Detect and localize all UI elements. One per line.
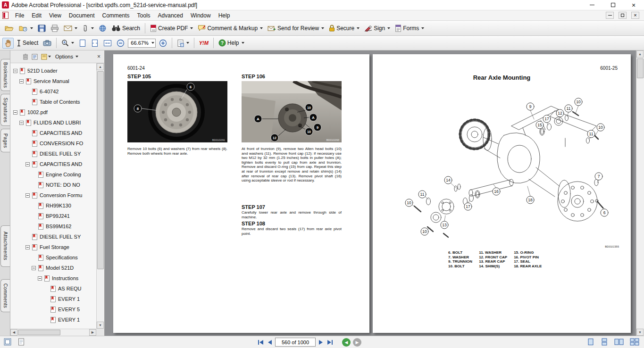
bookmark-item[interactable]: EVERY 5: [10, 304, 96, 315]
scrollbar-thumb[interactable]: [18, 330, 60, 335]
bookmark-item[interactable]: CONVERSION FO: [10, 138, 96, 149]
fit-page-button[interactable]: [89, 38, 100, 49]
last-page-button[interactable]: [326, 339, 334, 346]
bookmark-item[interactable]: NOTE: DO NO: [10, 180, 96, 190]
document-status-icon[interactable]: [4, 338, 11, 346]
fit-width-button[interactable]: [101, 38, 114, 49]
tab-signatures[interactable]: Signatures: [0, 94, 10, 126]
close-button[interactable]: ×: [623, 0, 644, 10]
bookmark-item[interactable]: Engine Cooling: [10, 169, 96, 180]
hand-tool-button[interactable]: [2, 38, 14, 49]
zoom-level-combo[interactable]: 66.67%: [128, 39, 155, 48]
search-button[interactable]: Search: [109, 23, 142, 33]
attach-button[interactable]: [80, 23, 96, 33]
bookmark-item[interactable]: 6-40742: [10, 86, 96, 97]
bookmark-item[interactable]: BS99M162: [10, 221, 96, 232]
scrollbar-thumb[interactable]: [637, 58, 644, 78]
collapse-icon[interactable]: [13, 69, 17, 73]
scroll-down-button[interactable]: ▼: [636, 329, 644, 336]
collapse-icon[interactable]: [19, 79, 24, 83]
sign-button[interactable]: Sign: [362, 24, 392, 33]
close-panel-button[interactable]: ×: [95, 53, 102, 60]
yahoo-messenger-button[interactable]: Y!M: [197, 39, 210, 47]
two-up-button[interactable]: [614, 338, 624, 346]
menu-edit[interactable]: Edit: [28, 11, 45, 20]
bookmark-item[interactable]: 521D Loader: [10, 66, 96, 76]
bookmark-item[interactable]: 1002.pdf: [10, 107, 96, 117]
bookmark-item[interactable]: RH99K130: [10, 200, 96, 211]
continuous-page-button[interactable]: [601, 338, 608, 346]
bookmark-item[interactable]: CAPACITIES AND: [10, 159, 96, 169]
bookmarks-options-button[interactable]: Options: [55, 54, 78, 59]
zoom-out-button[interactable]: [115, 38, 126, 49]
email-button[interactable]: [62, 24, 79, 33]
menu-advanced[interactable]: Advanced: [154, 11, 187, 20]
bookmark-item[interactable]: EVERY 1: [10, 315, 96, 325]
menu-window[interactable]: Window: [187, 11, 215, 20]
collapse-icon[interactable]: [25, 245, 30, 249]
secure-button[interactable]: Secure: [327, 23, 361, 33]
delete-bookmark-button[interactable]: [23, 53, 28, 60]
document-icon[interactable]: [2, 12, 8, 19]
forms-button[interactable]: Forms: [393, 23, 426, 33]
highlight-bookmark-button[interactable]: [41, 54, 51, 60]
zoom-tool-button[interactable]: [59, 38, 76, 48]
zoom-in-button[interactable]: [157, 38, 169, 49]
scroll-up-button[interactable]: ▲: [97, 63, 104, 70]
bookmark-item[interactable]: CAPACITIES AND: [10, 128, 96, 138]
previous-view-button[interactable]: ◀: [342, 338, 351, 347]
page-status-icon[interactable]: [18, 338, 25, 346]
mdi-close-button[interactable]: ×: [631, 12, 639, 19]
page-display-button[interactable]: [175, 38, 191, 49]
menu-view[interactable]: View: [45, 11, 65, 20]
document-vertical-scrollbar[interactable]: ▲ ▼: [636, 50, 644, 336]
menu-comments[interactable]: Comments: [99, 11, 134, 20]
page-number-input[interactable]: [275, 338, 316, 347]
menu-help[interactable]: Help: [215, 11, 234, 20]
collapse-icon[interactable]: [19, 121, 24, 125]
send-for-review-button[interactable]: Send for Review: [266, 24, 326, 33]
bookmark-item[interactable]: DIESEL FUEL SY: [10, 232, 96, 242]
scrollbar-thumb[interactable]: [97, 71, 104, 269]
menu-document[interactable]: Document: [65, 11, 99, 20]
bookmarks-vertical-scrollbar[interactable]: ▲ ▼: [96, 63, 104, 329]
menu-tools[interactable]: Tools: [134, 11, 154, 20]
comment-markup-button[interactable]: Comment & Markup: [196, 23, 265, 33]
bookmark-item[interactable]: DIESEL FUEL SY: [10, 149, 96, 159]
next-page-button[interactable]: [318, 339, 324, 346]
mdi-minimize-button[interactable]: [606, 12, 614, 19]
bookmark-item[interactable]: Conversion Formu: [10, 190, 96, 200]
collapse-icon[interactable]: [25, 162, 30, 166]
bookmark-item[interactable]: Specifications: [10, 252, 96, 263]
scroll-right-button[interactable]: ▶: [89, 329, 96, 336]
menu-file[interactable]: File: [11, 11, 28, 20]
collapse-icon[interactable]: [38, 276, 42, 281]
tab-attachments[interactable]: Attachments: [0, 225, 10, 267]
print-button[interactable]: [49, 23, 61, 33]
actual-size-button[interactable]: [77, 38, 88, 49]
first-page-button[interactable]: [257, 339, 265, 346]
tab-pages[interactable]: Pages: [0, 129, 10, 152]
scroll-up-button[interactable]: ▲: [636, 50, 644, 58]
open-button[interactable]: [2, 23, 16, 33]
tab-bookmarks[interactable]: Bookmarks: [0, 59, 10, 91]
mdi-restore-button[interactable]: [619, 12, 627, 19]
previous-page-button[interactable]: [267, 339, 273, 346]
two-up-continuous-button[interactable]: [630, 338, 639, 346]
bookmark-item[interactable]: BP99J241: [10, 211, 96, 221]
collapse-icon[interactable]: [13, 110, 17, 115]
maximize-button[interactable]: [602, 0, 623, 10]
bookmark-item[interactable]: Service Manual: [10, 76, 96, 86]
create-pdf-button[interactable]: Create PDF: [148, 23, 195, 33]
bookmark-item[interactable]: AS REQU: [10, 283, 96, 294]
bookmark-item[interactable]: Instructions: [10, 273, 96, 283]
scroll-left-button[interactable]: ◀: [10, 329, 17, 336]
bookmark-item[interactable]: Table of Contents: [10, 97, 96, 107]
collapse-icon[interactable]: [25, 193, 30, 198]
snapshot-tool-button[interactable]: [41, 38, 53, 48]
meeting-button[interactable]: [97, 23, 109, 33]
bookmark-item[interactable]: FLUIDS AND LUBRI: [10, 117, 96, 128]
single-page-button[interactable]: [587, 338, 594, 346]
bookmarks-horizontal-scrollbar[interactable]: ◀ ▶: [10, 329, 96, 336]
scroll-down-button[interactable]: ▼: [97, 322, 104, 329]
